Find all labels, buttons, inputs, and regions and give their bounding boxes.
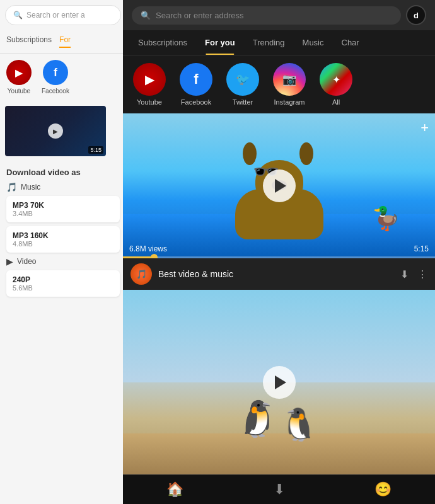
youtube-circle-icon: ▶ <box>133 63 166 96</box>
main-panel: 🔍 Search or enter address d Subscription… <box>123 0 435 504</box>
facebook-icon: f <box>43 60 68 85</box>
bg-play-button[interactable]: ▶ <box>48 123 63 139</box>
search-placeholder: Search or enter address <box>156 11 243 20</box>
facebook-label: Facebook <box>42 88 69 94</box>
nav-download[interactable]: ⬇ <box>227 481 331 498</box>
tab-for-you[interactable]: For you <box>196 30 244 55</box>
tiktok-button[interactable]: d <box>406 5 426 25</box>
search-icon: 🔍 <box>13 11 23 20</box>
rubber-duck-icon: 🦆 <box>372 205 400 232</box>
bg-icon-facebook[interactable]: f Facebook <box>42 60 69 94</box>
download-title: Download video as <box>6 168 120 177</box>
channel-avatar-icon: 🎵 <box>136 269 147 279</box>
youtube-icon: ▶ <box>6 60 32 85</box>
video1-play-button[interactable] <box>263 169 296 202</box>
twitter-circle-icon: 🐦 <box>226 63 259 96</box>
nav-home[interactable]: 🏠 <box>123 481 227 498</box>
add-button[interactable]: + <box>420 120 429 136</box>
bg-tabs: Subscriptions For <box>0 30 126 54</box>
facebook-circle-icon: f <box>180 63 212 96</box>
main-search-icon: 🔍 <box>141 11 151 20</box>
all-label: All <box>332 98 340 106</box>
channel-bar: 🎵 Best video & music ⬇ ⋮ <box>123 258 435 290</box>
bg-video-duration: 5:15 <box>88 146 103 154</box>
more-options-button[interactable]: ⋮ <box>417 268 427 280</box>
video1-progress-dot <box>151 254 158 258</box>
tiktok-icon: d <box>414 11 419 20</box>
channel-avatar: 🎵 <box>130 263 152 285</box>
social-icon-all[interactable]: ✦ All <box>320 63 352 106</box>
bg-icon-youtube[interactable]: ▶ Youtube <box>6 60 32 94</box>
tab-subscriptions[interactable]: Subscriptions <box>129 30 196 55</box>
instagram-label: Instagram <box>274 98 305 106</box>
background-panel: 🔍 Search or enter a Subscriptions For ▶ … <box>0 0 126 504</box>
download-button[interactable]: ⬇ <box>400 268 409 280</box>
music-note-icon: 🎵 <box>6 182 17 192</box>
video2-play-button[interactable] <box>263 366 296 399</box>
social-icon-instagram[interactable]: 📷 Instagram <box>273 63 306 106</box>
emoji-icon: 😊 <box>374 481 392 498</box>
music-section-label: 🎵 Music <box>6 182 120 192</box>
video1-duration: 5:15 <box>414 244 429 253</box>
bg-search-bar[interactable]: 🔍 Search or enter a <box>5 5 121 25</box>
left-penguin-icon: 🐧 <box>235 398 279 440</box>
bottom-nav: 🏠 ⬇ 😊 <box>123 474 435 504</box>
tab-trending[interactable]: Trending <box>244 30 294 55</box>
channel-actions: ⬇ ⋮ <box>400 268 427 280</box>
bg-tab-for[interactable]: For <box>59 35 71 48</box>
facebook-label: Facebook <box>181 98 211 106</box>
video1-progress-bar[interactable] <box>123 256 435 258</box>
right-penguin-icon: 🐧 <box>279 406 318 443</box>
format-mp3-70k[interactable]: MP3 70K 3.4MB <box>6 196 120 222</box>
twitter-label: Twitter <box>233 98 253 106</box>
video1-views: 6.8M views <box>129 244 167 253</box>
video1-progress-fill <box>123 256 154 258</box>
youtube-label: Youtube <box>137 98 162 106</box>
video1-container[interactable]: 🕶️ 🦆 + 6.8M views 5:15 <box>123 113 435 258</box>
social-icon-youtube[interactable]: ▶ Youtube <box>133 63 166 106</box>
bg-icons-row: ▶ Youtube f Facebook <box>0 54 126 101</box>
social-icon-facebook[interactable]: f Facebook <box>180 63 212 106</box>
social-icons-row: ▶ Youtube f Facebook 🐦 Twitter 📷 Instagr… <box>123 55 435 113</box>
format-mp3-160k[interactable]: MP3 160K 4.8MB <box>6 226 120 253</box>
tab-char[interactable]: Char <box>333 30 368 55</box>
bg-search-placeholder: Search or enter a <box>26 11 85 20</box>
nav-tabs: Subscriptions For you Trending Music Cha… <box>123 30 435 55</box>
main-search-input[interactable]: 🔍 Search or enter address <box>132 6 401 25</box>
youtube-label: Youtube <box>8 88 30 94</box>
social-icon-twitter[interactable]: 🐦 Twitter <box>226 63 259 106</box>
channel-name: Best video & music <box>158 269 394 279</box>
instagram-circle-icon: 📷 <box>273 63 306 96</box>
download-section: Download video as 🎵 Music MP3 70K 3.4MB … <box>0 161 126 307</box>
video-icon: ▶ <box>6 256 13 266</box>
download-icon: ⬇ <box>274 481 285 498</box>
video-section-label: ▶ Video <box>6 256 120 266</box>
play2-triangle-icon <box>275 375 286 389</box>
bg-video-thumbnail[interactable]: ▶ 5:15 <box>5 106 106 156</box>
tab-music[interactable]: Music <box>294 30 333 55</box>
home-icon: 🏠 <box>166 481 183 498</box>
video2-container[interactable]: 🐧 🐧 <box>123 290 435 474</box>
format-240p[interactable]: 240P 5.6MB <box>6 270 120 297</box>
all-circle-icon: ✦ <box>320 63 352 96</box>
play-triangle-icon <box>275 179 286 193</box>
bg-tab-subscriptions[interactable]: Subscriptions <box>6 35 52 48</box>
main-search-bar: 🔍 Search or enter address d <box>123 0 435 30</box>
nav-emoji[interactable]: 😊 <box>331 481 435 498</box>
